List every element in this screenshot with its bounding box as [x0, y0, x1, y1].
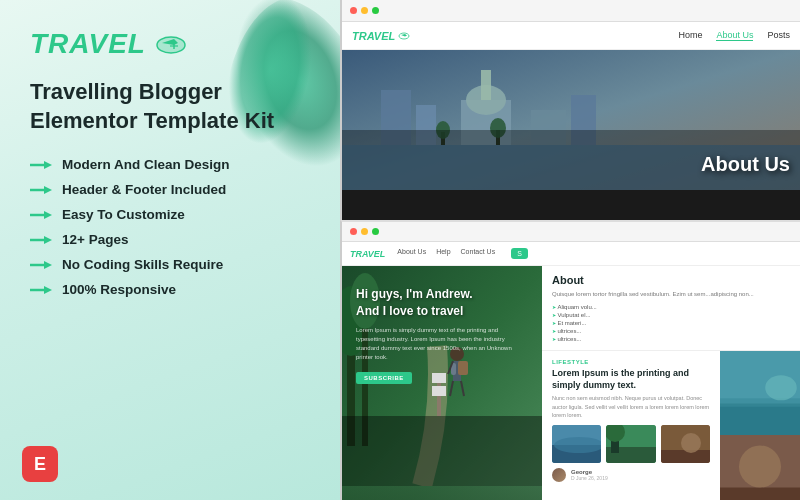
nav-bar-bottom: TRAVEL About Us Help Contact Us S	[342, 242, 800, 266]
dot-red-2	[350, 228, 357, 235]
brand-icon	[154, 33, 188, 55]
features-list: Modern And Clean Design Header & Footer …	[30, 157, 310, 297]
content-area: Hi guys, I'm Andrew. And I love to trave…	[342, 266, 800, 500]
brand-name: TRAVEL	[30, 28, 146, 60]
thumb-1-svg	[552, 425, 601, 463]
dot-green	[372, 7, 379, 14]
blog-thumb-3	[661, 425, 710, 463]
svg-marker-12	[44, 261, 52, 269]
nav-items-bottom: About Us Help Contact Us S	[397, 248, 528, 259]
about-list-right: Aliquam volu... Vulputat el... Et materi…	[552, 304, 790, 342]
side-img-1	[720, 351, 800, 435]
elementor-label: E	[34, 454, 46, 475]
svg-point-0	[157, 37, 185, 53]
about-title-right: About	[552, 274, 790, 286]
browser-dots	[350, 7, 379, 14]
arrow-icon-5	[30, 258, 52, 272]
nav-about[interactable]: About Us	[716, 30, 753, 41]
nav-posts[interactable]: Posts	[767, 30, 790, 41]
about-list-item-1: Aliquam volu...	[552, 304, 790, 310]
nav-bar-top: TRAVEL Home About Us Posts	[342, 22, 800, 50]
dot-yellow	[361, 7, 368, 14]
nav-links-top: Home About Us Posts	[678, 30, 790, 41]
blog-category: LIFESTYLE	[552, 359, 710, 365]
browser-mockup-top: TRAVEL Home About Us Posts	[340, 0, 800, 220]
feature-item-3: Easy To Customize	[30, 207, 310, 222]
feature-item-2: Header & Footer Included	[30, 182, 310, 197]
side-img-2	[720, 435, 800, 500]
main-title: Travelling Blogger Elementor Template Ki…	[30, 78, 310, 135]
browser-dots-2	[350, 228, 379, 235]
hero-section: Hi guys, I'm Andrew. And I love to trave…	[342, 266, 542, 500]
thumb-2-svg	[606, 425, 655, 463]
nav-help[interactable]: Help	[436, 248, 450, 259]
blog-thumb-1	[552, 425, 601, 463]
nav-brand-icon	[398, 32, 410, 40]
nav-contact[interactable]: Contact Us	[461, 248, 496, 259]
right-panel: TRAVEL Home About Us Posts	[340, 0, 800, 500]
browser-bar-bottom	[342, 222, 800, 242]
elementor-badge: E	[22, 446, 58, 482]
about-list-item-5: ultrices...	[552, 336, 790, 342]
svg-point-56	[681, 433, 701, 453]
hero-heading: Hi guys, I'm Andrew. And I love to trave…	[356, 286, 528, 320]
blog-section: LIFESTYLE Lorem Ipsum is the printing an…	[542, 351, 800, 500]
svg-rect-59	[720, 398, 800, 406]
about-us-overlay: About Us	[701, 153, 790, 176]
post-date: D June 26, 2019	[571, 475, 608, 481]
nav-about-us[interactable]: About Us	[397, 248, 426, 259]
nav-home[interactable]: Home	[678, 30, 702, 41]
about-list-item-3: Et materi...	[552, 320, 790, 326]
arrow-icon-1	[30, 158, 52, 172]
author-row: George D June 26, 2019	[552, 468, 710, 482]
side-img-2-svg	[720, 435, 800, 500]
hero-image-area: About Us	[342, 50, 800, 190]
hero-subscribe-btn[interactable]: SUBSCRIBE	[356, 372, 412, 384]
about-list-item-2: Vulputat el...	[552, 312, 790, 318]
blog-main: LIFESTYLE Lorem Ipsum is the printing an…	[542, 351, 720, 500]
svg-marker-6	[44, 186, 52, 194]
blog-title: Lorem Ipsum is the printing and simply d…	[552, 368, 710, 391]
svg-point-63	[739, 446, 781, 488]
svg-rect-46	[342, 416, 542, 486]
right-content-area: About Quisque lorem tortor fringilla sed…	[542, 266, 800, 500]
nav-brand-small: TRAVEL	[352, 30, 410, 42]
arrow-icon-3	[30, 208, 52, 222]
blog-images-row	[552, 425, 710, 463]
side-img-1-svg	[720, 351, 800, 435]
svg-marker-4	[44, 161, 52, 169]
svg-point-60	[765, 375, 797, 400]
hero-subtext: Lorem Ipsum is simply dummy text of the …	[356, 326, 528, 362]
hero-text-block: Hi guys, I'm Andrew. And I love to trave…	[356, 286, 528, 384]
browser-bar-top	[342, 0, 800, 22]
svg-rect-55	[661, 450, 710, 463]
title-block: Travelling Blogger Elementor Template Ki…	[30, 78, 310, 135]
nav-brand-bottom: TRAVEL	[350, 249, 385, 259]
blog-thumb-2	[606, 425, 655, 463]
svg-marker-10	[44, 236, 52, 244]
svg-rect-37	[432, 386, 446, 396]
about-text-right: Quisque lorem tortor fringilla sed vesti…	[552, 290, 790, 299]
dot-green-2	[372, 228, 379, 235]
left-panel: TRAVEL Travelling Blogger Elementor Temp…	[0, 0, 340, 500]
dot-yellow-2	[361, 228, 368, 235]
svg-marker-8	[44, 211, 52, 219]
about-list-item-4: ultrices...	[552, 328, 790, 334]
blog-excerpt: Nunc non sem euismod nibh. Neque purus u…	[552, 394, 710, 419]
feature-item-1: Modern And Clean Design	[30, 157, 310, 172]
browser-mockup-bottom: TRAVEL About Us Help Contact Us S	[340, 220, 800, 500]
thumb-3-svg	[661, 425, 710, 463]
feature-item-4: 12+ Pages	[30, 232, 310, 247]
dot-red	[350, 7, 357, 14]
author-avatar	[552, 468, 566, 482]
arrow-icon-2	[30, 183, 52, 197]
feature-item-6: 100% Responsive	[30, 282, 310, 297]
about-section-right: About Quisque lorem tortor fringilla sed…	[542, 266, 800, 351]
svg-rect-22	[481, 70, 491, 100]
svg-rect-58	[720, 404, 800, 436]
svg-rect-62	[720, 488, 800, 501]
subscribe-btn[interactable]: S	[511, 248, 528, 259]
feature-item-5: No Coding Skills Require	[30, 257, 310, 272]
arrow-icon-4	[30, 233, 52, 247]
arrow-icon-6	[30, 283, 52, 297]
